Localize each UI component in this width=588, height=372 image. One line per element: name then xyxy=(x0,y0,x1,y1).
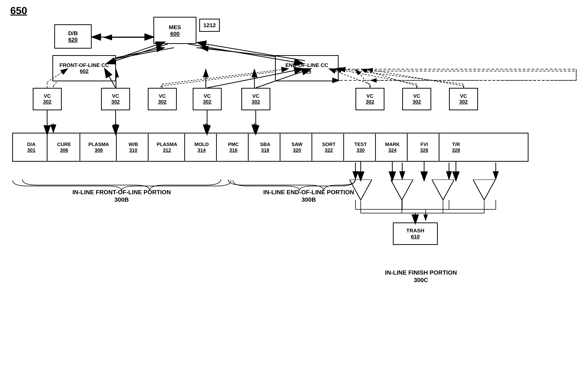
divider-12 xyxy=(407,134,408,161)
vc302-3-num: 302 xyxy=(158,99,167,105)
trash-triangle-3 xyxy=(432,180,454,200)
sba-num: 318 xyxy=(261,147,269,153)
svg-line-52 xyxy=(162,69,288,84)
vc302-3-box: VC 302 xyxy=(148,88,177,110)
vc302-8-box: VC 302 xyxy=(449,88,478,110)
cure-label: CURE xyxy=(57,141,71,147)
divider-10 xyxy=(343,134,344,161)
plasma312-label: PLASMA xyxy=(157,141,177,147)
divider-2 xyxy=(80,134,80,161)
vc302-8-label: VC xyxy=(460,93,467,99)
db-label: D/B xyxy=(68,30,78,36)
divider-3 xyxy=(116,134,117,161)
fvi-num: 326 xyxy=(420,147,428,153)
svg-line-58 xyxy=(335,69,417,84)
trash-triangle-4 xyxy=(473,180,495,200)
vc302-6-num: 302 xyxy=(366,99,374,105)
svg-line-19 xyxy=(367,69,464,86)
vc302-4-num: 302 xyxy=(203,99,211,105)
plasma308-box: PLASMA 308 xyxy=(81,135,116,160)
inline-eol-label: IN-LINE END-OF-LINE PORTION xyxy=(224,189,393,196)
vc302-7-box: VC 302 xyxy=(402,88,431,110)
plasma308-label: PLASMA xyxy=(88,141,109,147)
vc302-2-num: 302 xyxy=(111,99,120,105)
eol-cc-num: 604 xyxy=(303,68,311,74)
da-label: D/A xyxy=(27,141,36,147)
sort-num: 322 xyxy=(325,147,333,153)
sort-label: SORT xyxy=(322,141,336,147)
vc302-2-label: VC xyxy=(112,93,119,99)
test-label: TEST xyxy=(354,141,367,147)
inline-finish-label: IN-LINE FINISH PORTION xyxy=(356,269,486,276)
sba-label: SBA xyxy=(260,141,270,147)
wb-label: W/B xyxy=(128,141,138,147)
db-box: D/B 620 xyxy=(54,24,92,49)
divider-13 xyxy=(439,134,440,161)
test-num: 330 xyxy=(357,147,365,153)
trash-label: TRASH xyxy=(406,228,424,234)
vc302-7-num: 302 xyxy=(412,99,421,105)
inline-fol-num: 300B xyxy=(19,196,224,203)
pmc-box: PMC 316 xyxy=(218,135,249,160)
saw-num: 320 xyxy=(293,147,301,153)
sort-box: SORT 322 xyxy=(313,135,344,160)
tr-box: T/R 328 xyxy=(441,135,472,160)
eol-cc-box: END-OF-LINE CC 604 xyxy=(275,55,339,81)
da-num: 301 xyxy=(27,147,35,153)
wb-box: W/B 310 xyxy=(118,135,149,160)
vc302-5-label: VC xyxy=(252,93,260,99)
divider-8 xyxy=(280,134,280,161)
svg-line-42 xyxy=(110,42,165,61)
inline-finish-num: 300C xyxy=(356,277,486,284)
divider-9 xyxy=(312,134,312,161)
mes-1212-box: 1212 xyxy=(199,19,220,32)
divider-6 xyxy=(216,134,217,161)
mark-box: MARK 324 xyxy=(377,135,408,160)
inline-fol-label: IN-LINE FRONT-OF-LINE PORTION xyxy=(19,189,224,196)
wb-num: 310 xyxy=(129,147,137,153)
divider-1 xyxy=(47,134,48,161)
vc302-7-label: VC xyxy=(413,93,420,99)
plasma312-num: 312 xyxy=(163,147,171,153)
cure-box: CURE 306 xyxy=(49,135,80,160)
inline-eol-num: 300B xyxy=(224,196,393,203)
vc302-5-box: VC 302 xyxy=(241,88,270,110)
mark-num: 324 xyxy=(388,147,396,153)
mold-label: MOLD xyxy=(194,141,209,147)
vc302-5-num: 302 xyxy=(252,99,260,105)
svg-line-15 xyxy=(356,69,370,86)
svg-line-60 xyxy=(339,69,463,84)
divider-4 xyxy=(148,134,148,161)
divider-11 xyxy=(375,134,376,161)
test-box: TEST 330 xyxy=(345,135,376,160)
fol-cc-box: FRONT-OF-LINE CC 602 xyxy=(52,55,116,81)
cure-num: 306 xyxy=(60,147,68,153)
fol-cc-num: 602 xyxy=(80,68,89,74)
vc302-6-label: VC xyxy=(367,93,374,99)
mold-num: 314 xyxy=(198,147,206,153)
mes-num: 600 xyxy=(170,30,180,37)
trash-num: 610 xyxy=(411,234,420,240)
divider-7 xyxy=(248,134,249,161)
mark-label: MARK xyxy=(385,141,400,147)
plasma312-box: PLASMA 312 xyxy=(150,135,184,160)
trash-box: TRASH 610 xyxy=(393,222,438,245)
pmc-label: PMC xyxy=(228,141,239,147)
mes-1212-label: 1212 xyxy=(203,22,216,28)
pmc-num: 316 xyxy=(229,147,237,153)
fvi-label: FVI xyxy=(420,141,428,147)
sba-box: SBA 318 xyxy=(250,135,281,160)
db-num: 620 xyxy=(68,36,78,43)
vc302-2-box: VC 302 xyxy=(101,88,130,110)
tr-label: T/R xyxy=(452,141,460,147)
svg-marker-35 xyxy=(391,180,413,200)
saw-label: SAW xyxy=(292,141,303,147)
divider-5 xyxy=(184,134,185,161)
svg-marker-36 xyxy=(432,180,454,200)
tr-num: 328 xyxy=(452,147,460,153)
vc302-6-box: VC 302 xyxy=(356,88,384,110)
mes-label: MES xyxy=(169,24,181,30)
plasma308-num: 308 xyxy=(95,147,103,153)
trash-triangle-2 xyxy=(391,180,413,200)
vc302-4-box: VC 302 xyxy=(193,88,222,110)
